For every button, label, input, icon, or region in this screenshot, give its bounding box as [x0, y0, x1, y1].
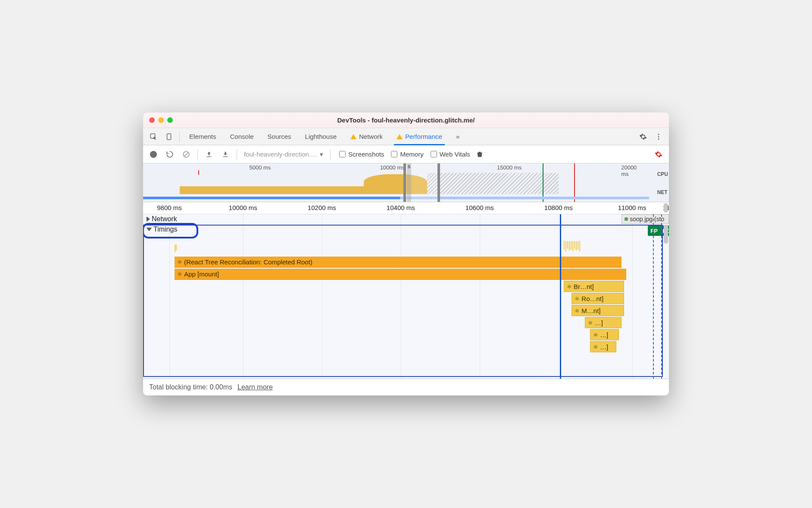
inspect-icon[interactable] — [147, 130, 160, 144]
svg-rect-1 — [167, 134, 171, 140]
timings-track-header[interactable]: Timings — [144, 225, 180, 234]
clear-button[interactable] — [179, 147, 193, 161]
long-task-marker — [198, 170, 199, 175]
close-icon[interactable] — [149, 117, 155, 123]
react-icon: ⚛ — [177, 259, 182, 265]
react-icon: ⚛ — [588, 320, 593, 326]
tab-performance[interactable]: Performance — [390, 128, 448, 145]
time-ruler[interactable]: 9800 ms 10000 ms 10200 ms 10400 ms 10600… — [143, 202, 669, 214]
user-timing-marks — [564, 241, 580, 251]
learn-more-link[interactable]: Learn more — [237, 383, 273, 391]
react-icon: ⚛ — [575, 307, 580, 314]
tab-console[interactable]: Console — [224, 128, 260, 145]
svg-point-3 — [658, 136, 659, 137]
tabs-overflow[interactable]: » — [450, 128, 465, 145]
save-profile-button[interactable] — [219, 147, 232, 161]
fp-badge[interactable]: FP — [648, 226, 660, 236]
svg-rect-9 — [477, 153, 482, 153]
load-profile-button[interactable] — [202, 147, 216, 161]
react-icon: ⚛ — [177, 271, 182, 277]
timings-track-label: Timings — [153, 226, 177, 233]
overview-ticks: 5000 ms 10000 ms 15000 ms 20000 ms — [143, 164, 652, 171]
network-track-label: Network — [152, 215, 177, 223]
status-bar: Total blocking time: 0.00ms Learn more — [143, 379, 669, 395]
current-time-marker[interactable] — [560, 214, 561, 379]
network-track-header[interactable]: Network — [144, 214, 180, 224]
flame-bar[interactable]: ⚛(React Tree Reconciliation: Completed R… — [175, 257, 621, 268]
device-toggle-icon[interactable] — [162, 130, 176, 144]
svg-rect-8 — [478, 152, 481, 153]
viewport-handle[interactable]: s — [407, 163, 411, 202]
zoom-icon[interactable] — [167, 117, 173, 123]
warning-icon — [350, 134, 356, 139]
trash-button[interactable] — [473, 147, 487, 161]
timing-marker-line — [653, 214, 654, 379]
flame-bar[interactable]: ⚛App [mount] — [175, 269, 626, 280]
react-icon: ⚛ — [593, 344, 598, 350]
devtools-window: DevTools - foul-heavenly-direction.glitc… — [143, 113, 669, 395]
svg-rect-7 — [223, 156, 228, 157]
perf-toolbar: foul-heavenly-direction.…▾ Screenshots M… — [143, 145, 669, 163]
svg-rect-6 — [207, 156, 212, 157]
react-icon: ⚛ — [593, 332, 598, 338]
overview-lane-labels: CPU NET — [657, 171, 668, 195]
chevron-down-icon: ▾ — [320, 151, 323, 158]
flame-bar[interactable]: ⚛…] — [590, 329, 619, 340]
tab-network[interactable]: Network — [344, 128, 389, 145]
user-timing-marks — [175, 245, 177, 252]
cpu-activity — [180, 186, 380, 194]
scrollbar-thumb[interactable] — [664, 203, 668, 213]
svg-point-4 — [658, 138, 659, 139]
tab-sources[interactable]: Sources — [262, 128, 297, 145]
react-icon: ⚛ — [567, 283, 572, 290]
overview-viewport[interactable]: s — [403, 163, 440, 202]
tab-elements[interactable]: Elements — [183, 128, 222, 145]
record-button[interactable] — [147, 147, 160, 161]
window-title: DevTools - foul-heavenly-direction.glitc… — [143, 116, 669, 124]
tab-lighthouse[interactable]: Lighthouse — [299, 128, 343, 145]
webvitals-checkbox[interactable]: Web Vitals — [431, 151, 470, 158]
cpu-hatch — [427, 173, 559, 194]
warning-icon — [397, 134, 403, 139]
minimize-icon[interactable] — [158, 117, 164, 123]
separator — [179, 132, 180, 142]
separator — [330, 149, 331, 160]
reload-button[interactable] — [163, 147, 177, 161]
panel-tabs: Elements Console Sources Lighthouse Netw… — [143, 128, 669, 145]
separator — [197, 149, 198, 160]
overview-timeline[interactable]: 5000 ms 10000 ms 15000 ms 20000 ms CPU N… — [143, 163, 669, 202]
chevron-right-icon — [147, 216, 150, 222]
flame-bar[interactable]: ⚛…] — [585, 317, 621, 328]
timing-marker-line — [661, 214, 662, 379]
react-icon: ⚛ — [575, 295, 580, 302]
flame-chart[interactable]: Network soop.jpg (sto Timings FP FCP — [143, 214, 669, 379]
kebab-menu-icon[interactable] — [652, 130, 665, 144]
window-controls — [149, 117, 173, 123]
memory-checkbox[interactable]: Memory — [391, 151, 423, 158]
settings-icon[interactable] — [636, 130, 650, 144]
chevron-down-icon — [147, 228, 152, 231]
capture-settings-icon[interactable] — [652, 147, 665, 161]
titlebar: DevTools - foul-heavenly-direction.glitc… — [143, 113, 669, 128]
blocking-time-label: Total blocking time: 0.00ms — [149, 383, 232, 391]
svg-point-2 — [658, 134, 659, 135]
resource-type-icon — [625, 217, 628, 221]
flame-bar[interactable]: ⚛M…nt] — [572, 305, 624, 316]
flame-bar[interactable]: ⚛…] — [590, 341, 616, 352]
flame-bar[interactable]: ⚛Br…nt] — [564, 281, 624, 292]
separator — [237, 149, 237, 160]
flame-bar[interactable]: ⚛Ro…nt] — [572, 293, 624, 304]
screenshots-checkbox[interactable]: Screenshots — [339, 151, 384, 158]
scrollbar-thumb[interactable] — [664, 225, 668, 244]
profile-select[interactable]: foul-heavenly-direction.…▾ — [241, 151, 326, 158]
net-overview — [143, 196, 652, 200]
